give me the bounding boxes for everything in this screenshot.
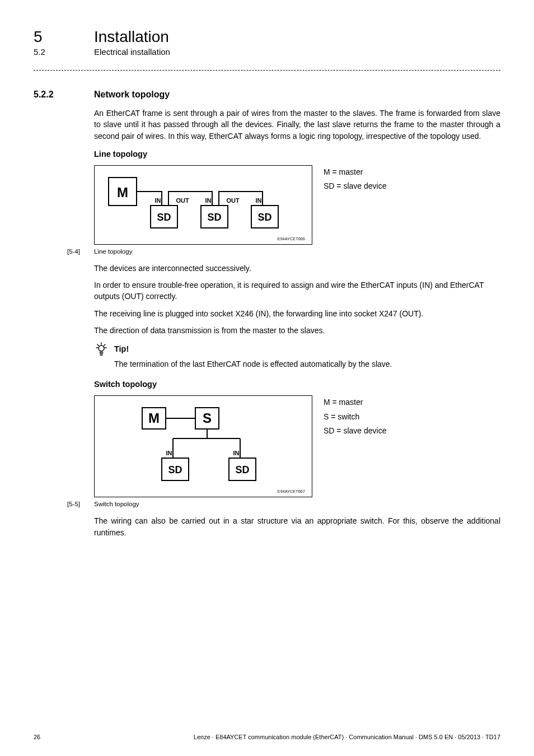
legend-sd: SD = slave device [324,179,386,193]
chapter-title: Installation [94,28,169,46]
diagram-label-out2: OUT [226,197,240,204]
diagram-label-sd2: SD [207,212,221,223]
figure-caption-text-2: Switch topology [94,501,139,507]
diagram2-label-in2: IN [233,450,240,456]
tip-label: Tip! [114,344,129,353]
diagram2-label-sd1: SD [168,464,182,475]
svg-line-12 [104,344,105,346]
svg-point-4 [99,346,104,351]
paragraph-4: The receiving line is plugged into socke… [94,308,500,319]
paragraph-intro: An EtherCAT frame is sent through a pair… [94,108,500,142]
legend2-m: M = master [324,395,386,409]
diagram2-label-m: M [148,410,160,426]
diagram-label-in2: IN [205,197,212,204]
chapter-number: 5 [34,28,67,46]
diagram-label-out1: OUT [176,197,189,204]
figure-caption-num-1: [5-4] [67,248,84,255]
subsection-number: 5.2 [34,47,67,57]
legend2-sd: SD = slave device [324,424,386,438]
svg-line-11 [97,344,99,346]
legend2-s: S = switch [324,410,386,424]
diagram2-label-in1: IN [166,450,172,456]
section-number: 5.2.2 [34,90,67,100]
figure-code-1: E94AYCET006 [106,237,305,241]
figure-code-2: E94AYCET007 [106,489,305,493]
paragraph-5: The direction of data transmission is fr… [94,325,500,336]
heading-switch-topology: Switch topology [94,380,500,389]
page-number: 26 [34,734,40,740]
lightbulb-icon [94,342,109,356]
diagram-label-in3: IN [256,197,262,204]
paragraph-2: The devices are interconnected successiv… [94,263,500,274]
figure-legend-2: M = master S = switch SD = slave device [324,395,386,438]
diagram-label-sd3: SD [257,212,271,223]
figure-legend-1: M = master SD = slave device [324,165,386,193]
divider [34,70,500,71]
figure-caption-num-2: [5-5] [67,501,84,507]
paragraph-6: The wiring can also be carried out in a … [94,515,500,538]
diagram2-label-s: S [203,410,212,426]
legend-m: M = master [324,165,386,179]
diagram-label-m: M [117,185,128,200]
diagram-label-in1: IN [155,197,161,204]
paragraph-3: In order to ensure trouble-free operatio… [94,279,500,302]
heading-line-topology: Line topology [94,150,500,158]
diagram-label-sd1: SD [157,212,171,223]
subsection-title: Electrical installation [94,47,170,57]
figure-switch-topology: M S SD IN SD IN E94AYCET007 [94,395,312,497]
section-title: Network topology [94,90,170,100]
diagram2-label-sd2: SD [235,464,249,475]
footer-doc-id: Lenze · E84AYCET communication module (E… [194,734,500,740]
figure-caption-text-1: Line topology [94,248,132,255]
tip-text: The termination of the last EtherCAT nod… [114,360,500,368]
figure-line-topology: M SD IN OUT SD IN OUT SD IN [94,165,312,245]
